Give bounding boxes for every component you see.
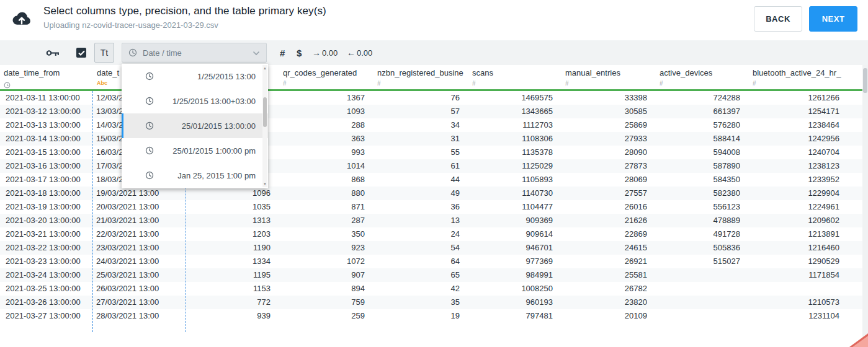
date-format-option[interactable]: 1/25/2015 13:00+03:00	[122, 89, 268, 113]
dropdown-scrollbar[interactable]: ▲ ▼	[262, 65, 267, 187]
table-cell: 1104477	[468, 200, 562, 214]
table-cell: 576280	[656, 118, 749, 132]
arrow-left-icon: ←	[347, 48, 356, 58]
table-cell: 759	[279, 296, 374, 309]
table-row: 2021-03-22 13:00:0023/03/2021 13:0011909…	[0, 241, 862, 255]
table-row: 2021-03-21 13:00:0022/03/2021 13:0012033…	[0, 227, 862, 241]
table-cell: 259	[279, 309, 374, 323]
date-format-option[interactable]: 1/25/2015 13:00	[122, 64, 268, 89]
table-cell	[656, 296, 749, 309]
text-type-button[interactable]: Tt	[94, 43, 114, 63]
table-cell: 1313	[186, 214, 279, 227]
vertical-scrollbar-thumb[interactable]	[863, 68, 867, 93]
table-cell: 54	[374, 241, 468, 255]
next-button[interactable]: NEXT	[809, 6, 857, 32]
chevron-down-icon	[253, 47, 260, 58]
table-cell: 22869	[562, 227, 656, 241]
column-name: bluetooth_active_24_hr_	[753, 68, 846, 77]
nullable-checkbox[interactable]	[76, 48, 86, 58]
table-cell: 1367	[279, 91, 374, 105]
column-header-nzbn_registered_busine[interactable]: nzbn_registered_busine#	[374, 65, 468, 89]
table-cell: 28/03/2021 13:00	[93, 309, 186, 323]
table-row: 2021-03-23 13:00:0024/03/2021 13:0013341…	[0, 255, 862, 268]
table-cell: 1014	[279, 159, 374, 173]
table-cell: 939	[186, 309, 279, 323]
table-cell: 1209602	[749, 214, 848, 227]
table-cell: 19	[374, 309, 468, 323]
column-header-manual_entries[interactable]: manual_entries#	[562, 65, 656, 89]
vertical-scrollbar[interactable]	[862, 65, 868, 347]
selected-type-label: Date / time	[143, 48, 182, 58]
table-cell: 25581	[562, 268, 656, 282]
column-header-date_time_from[interactable]: date_time_from	[0, 65, 93, 89]
key-icon	[46, 50, 60, 59]
table-cell: 1238123	[749, 159, 848, 173]
table-cell: 515027	[656, 255, 749, 268]
table-cell: 13	[374, 214, 468, 227]
table-cell: 1231104	[749, 309, 848, 323]
table-cell: 31	[374, 132, 468, 146]
upload-cloud-icon	[11, 8, 32, 28]
table-cell: 28090	[562, 146, 656, 159]
table-cell: 26782	[562, 282, 656, 296]
table-row: 2021-03-24 13:00:0025/03/2021 13:0011959…	[0, 268, 862, 282]
decrease-decimal-button[interactable]: ← 0.00	[347, 40, 372, 65]
date-format-option[interactable]: 25/01/2015 1:00:00 pm	[122, 138, 268, 163]
scroll-up-icon[interactable]: ▲	[263, 65, 267, 71]
table-cell: 993	[279, 146, 374, 159]
table-row: 2021-03-18 13:00:0019/03/2021 13:0010968…	[0, 187, 862, 200]
table-cell: 1240704	[749, 146, 848, 159]
table-cell: 27/03/2021 13:00	[93, 296, 186, 309]
number-type-button[interactable]: #	[280, 40, 285, 65]
number-type-label: #	[472, 80, 559, 87]
date-format-option[interactable]: Jan 25, 2015 1:00 pm	[122, 163, 268, 188]
table-cell: 894	[279, 282, 374, 296]
scroll-corner-indicator	[848, 332, 868, 347]
clock-icon	[145, 146, 154, 155]
table-cell: 977369	[468, 255, 562, 268]
table-cell: 2021-03-15 13:00:00	[0, 146, 93, 159]
column-header-bluetooth_active_24_hr_[interactable]: bluetooth_active_24_hr_#	[749, 65, 848, 89]
table-cell: 2021-03-27 13:00:00	[0, 309, 93, 323]
column-header-scans[interactable]: scans#	[468, 65, 562, 89]
arrow-right-icon: →	[312, 48, 321, 58]
corner-triangle-inner	[852, 336, 868, 347]
table-cell: 1171854	[749, 268, 848, 282]
datetime-type-select[interactable]: Date / time	[122, 43, 267, 63]
scroll-down-icon[interactable]: ▼	[263, 181, 267, 187]
date-format-label: 1/25/2015 13:00+03:00	[172, 97, 256, 106]
table-cell: 1096	[186, 187, 279, 200]
table-cell: 582380	[656, 187, 749, 200]
column-type-toolbar: Tt Date / time # $ → 0.00 ← 0.00	[0, 40, 868, 65]
primary-key-button[interactable]	[46, 49, 60, 59]
back-button[interactable]: BACK	[754, 6, 802, 32]
currency-type-button[interactable]: $	[297, 40, 302, 65]
table-cell: 594008	[656, 146, 749, 159]
table-cell: 363	[279, 132, 374, 146]
table-cell: 1469575	[468, 91, 562, 105]
table-cell: 797481	[468, 309, 562, 323]
number-type-label: #	[377, 80, 466, 87]
table-cell: 22/03/2021 13:00	[93, 227, 186, 241]
table-cell: 587890	[656, 159, 749, 173]
column-header-qr_codes_generated[interactable]: qr_codes_generated#	[279, 65, 374, 89]
number-type-label: #	[283, 80, 371, 87]
date-format-option[interactable]: 25/01/2015 13:00:00	[122, 113, 268, 138]
table-cell: 26921	[562, 255, 656, 268]
table-cell: 1190	[186, 241, 279, 255]
increase-decimal-button[interactable]: → 0.00	[312, 40, 338, 65]
table-cell: 76	[374, 91, 468, 105]
table-cell: 23/03/2021 13:00	[93, 241, 186, 255]
table-cell: 57	[374, 105, 468, 118]
table-cell: 28069	[562, 173, 656, 187]
table-cell: 25869	[562, 118, 656, 132]
table-cell	[656, 268, 749, 282]
selected-column-left-edge	[92, 91, 93, 332]
table-cell: 505836	[656, 241, 749, 255]
column-header-active_devices[interactable]: active_devices#	[656, 65, 749, 89]
column-name: date_time_from	[4, 68, 91, 77]
dropdown-scrollbar-thumb[interactable]	[263, 97, 267, 127]
table-cell: 35	[374, 296, 468, 309]
table-cell: 1216460	[749, 241, 848, 255]
table-cell: 30585	[562, 105, 656, 118]
